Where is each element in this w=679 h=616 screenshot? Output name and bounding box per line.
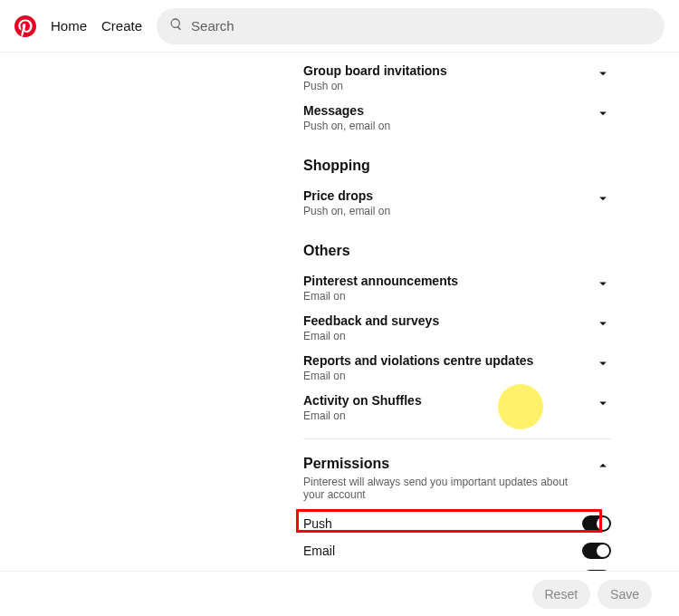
permission-email: Email: [303, 537, 611, 564]
chevron-down-icon: [595, 65, 611, 82]
permissions-title: Permissions: [303, 456, 575, 472]
row-title: Group board invitations: [303, 63, 595, 78]
search-icon: [169, 17, 184, 35]
setting-row-reports[interactable]: Reports and violations centre updates Em…: [303, 348, 611, 388]
chevron-down-icon: [595, 275, 611, 292]
pinterest-logo-icon[interactable]: [14, 15, 36, 37]
row-title: Pinterest announcements: [303, 274, 595, 288]
row-title: Reports and violations centre updates: [303, 353, 595, 368]
save-button[interactable]: Save: [598, 580, 652, 609]
search-field[interactable]: [157, 8, 665, 44]
nav-home[interactable]: Home: [51, 18, 87, 34]
row-title: Price drops: [303, 188, 595, 203]
settings-content: Group board invitations Push on Messages…: [303, 53, 611, 571]
section-others: Others: [303, 243, 611, 259]
chevron-up-icon: [595, 457, 611, 474]
row-title: Activity on Shuffles: [303, 393, 595, 408]
top-header: Home Create: [0, 0, 679, 53]
chevron-down-icon: [595, 105, 611, 121]
row-text: Price drops Push on, email on: [303, 188, 595, 217]
chevron-down-icon: [595, 355, 611, 371]
search-input[interactable]: [191, 18, 652, 34]
setting-row-feedback[interactable]: Feedback and surveys Email on: [303, 308, 611, 348]
permissions-desc: Pinterest will always send you important…: [303, 476, 575, 501]
row-sub: Push on, email on: [303, 120, 595, 132]
permission-push: Push: [303, 510, 611, 537]
row-title: Feedback and surveys: [303, 313, 595, 328]
setting-row-price-drops[interactable]: Price drops Push on, email on: [303, 183, 611, 223]
setting-row-shuffles[interactable]: Activity on Shuffles Email on: [303, 388, 611, 428]
permission-inapp: In-app: [303, 564, 611, 571]
chevron-down-icon: [595, 395, 611, 411]
permission-label: Push: [303, 516, 332, 531]
row-text: Activity on Shuffles Email on: [303, 393, 595, 422]
row-sub: Email on: [303, 370, 595, 382]
setting-row-messages[interactable]: Messages Push on, email on: [303, 98, 611, 138]
row-sub: Email on: [303, 290, 595, 303]
row-sub: Email on: [303, 409, 595, 422]
section-shopping: Shopping: [303, 158, 611, 174]
row-text: Group board invitations Push on: [303, 63, 595, 92]
row-sub: Push on, email on: [303, 205, 595, 217]
footer-bar: Reset Save: [0, 571, 679, 616]
toggle-email[interactable]: [582, 543, 611, 559]
row-text: Feedback and surveys Email on: [303, 313, 595, 342]
row-text: Messages Push on, email on: [303, 103, 595, 132]
nav-create[interactable]: Create: [101, 18, 142, 34]
row-text: Reports and violations centre updates Em…: [303, 353, 595, 382]
setting-row-group-invites[interactable]: Group board invitations Push on: [303, 58, 611, 98]
permission-label: Email: [303, 544, 335, 558]
reset-button[interactable]: Reset: [532, 580, 591, 609]
chevron-down-icon: [595, 190, 611, 207]
row-sub: Email on: [303, 330, 595, 342]
permissions-header[interactable]: Permissions Pinterest will always send y…: [303, 439, 611, 510]
row-title: Messages: [303, 103, 595, 118]
toggle-push[interactable]: [582, 515, 611, 532]
chevron-down-icon: [595, 315, 611, 332]
setting-row-announcements[interactable]: Pinterest announcements Email on: [303, 268, 611, 308]
row-text: Pinterest announcements Email on: [303, 274, 595, 303]
row-sub: Push on: [303, 80, 595, 92]
